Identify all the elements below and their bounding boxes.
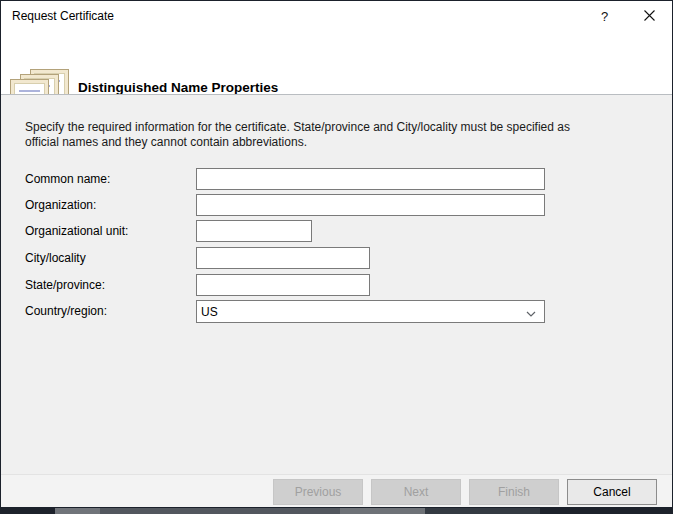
dialog-footer: Previous Next Finish Cancel [1, 474, 672, 507]
desktop-strip-segment [425, 508, 540, 514]
previous-button[interactable]: Previous [273, 479, 363, 505]
cancel-button[interactable]: Cancel [567, 479, 657, 505]
chevron-down-icon [526, 303, 536, 321]
common-name-input[interactable] [196, 168, 545, 190]
finish-button[interactable]: Finish [469, 479, 559, 505]
desktop-background-strip [0, 508, 673, 514]
dialog-body: Specify the required information for the… [1, 95, 672, 474]
close-button[interactable] [627, 1, 672, 31]
description-text: Specify the required information for the… [25, 120, 605, 150]
request-certificate-dialog: Request Certificate ? [0, 0, 673, 508]
common-name-label: Common name: [25, 168, 110, 190]
country-region-select[interactable]: US [196, 300, 545, 323]
page-title: Distinguished Name Properties [78, 80, 278, 95]
organization-label: Organization: [25, 194, 96, 216]
help-icon: ? [601, 9, 608, 24]
desktop-strip-segment [100, 508, 340, 514]
state-province-input[interactable] [196, 274, 370, 296]
desktop-strip-segment [55, 508, 100, 514]
city-locality-label: City/locality [25, 247, 86, 269]
help-button[interactable]: ? [582, 1, 627, 31]
organization-input[interactable] [196, 194, 545, 216]
next-button[interactable]: Next [371, 479, 461, 505]
city-locality-input[interactable] [196, 247, 370, 269]
country-region-value: US [201, 305, 218, 319]
organizational-unit-input[interactable] [196, 220, 312, 242]
description-line-1: Specify the required information for the… [25, 120, 605, 135]
state-province-label: State/province: [25, 274, 105, 296]
organizational-unit-label: Organizational unit: [25, 220, 128, 242]
titlebar[interactable]: Request Certificate ? [1, 1, 672, 31]
country-region-label: Country/region: [25, 300, 107, 322]
window-title: Request Certificate [12, 1, 114, 31]
screenshot-root: Request Certificate ? [0, 0, 673, 514]
wizard-header: Distinguished Name Properties [1, 31, 672, 95]
description-line-2: official names and they cannot contain a… [25, 135, 605, 150]
close-icon [644, 7, 655, 25]
desktop-strip-segment [340, 508, 425, 514]
